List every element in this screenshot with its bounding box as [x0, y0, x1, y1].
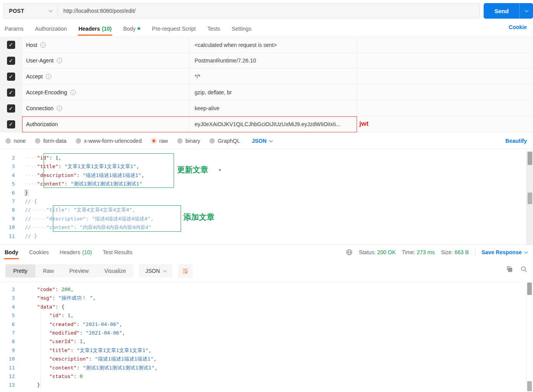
url-field-wrap: [57, 3, 480, 19]
search-icon[interactable]: [520, 265, 528, 273]
send-label: Send: [484, 8, 519, 14]
line-number: 7: [0, 197, 20, 206]
code-line: 5····"content": "测试1测试1测试1测试1测试1": [0, 180, 525, 188]
radio-icon: [177, 138, 183, 144]
size-label: Size:: [441, 249, 453, 255]
scrollbar-marker: [527, 381, 532, 391]
checkbox-checked[interactable]: ✓: [7, 120, 15, 128]
header-value: keep-alive: [189, 101, 357, 116]
line-number: 5: [0, 311, 20, 320]
annotation-dot: [219, 169, 221, 171]
body-has-content-dot: [138, 27, 140, 30]
code-line: 4····"description": "描述1描述1描述1描述1",: [0, 171, 525, 180]
response-view-bar: Pretty Raw Preview Visualize JSON: [0, 262, 533, 279]
code-line: 8 "userId": 1,: [0, 337, 525, 346]
checkbox-checked[interactable]: ✓: [7, 57, 15, 65]
info-icon: i: [57, 106, 62, 111]
url-input[interactable]: [58, 3, 479, 18]
tab-response-cookies[interactable]: Cookies: [29, 245, 49, 259]
chevron-down-icon: [524, 9, 528, 12]
tab-settings[interactable]: Settings: [232, 21, 252, 36]
save-response-button[interactable]: Save Response: [482, 249, 528, 255]
radio-icon: [5, 138, 11, 144]
checkbox-checked[interactable]: ✓: [7, 104, 15, 113]
table-row: ✓ Hosti <calculated when request is sent…: [0, 37, 533, 53]
globe-icon: [346, 249, 353, 256]
update-annotation: 更新文章: [177, 165, 208, 175]
time-value: 273 ms: [417, 249, 435, 255]
line-number: 2: [0, 154, 20, 162]
response-headers-count: (10): [82, 249, 92, 255]
line-number: 4: [0, 171, 20, 180]
checkbox-checked[interactable]: ✓: [7, 73, 15, 81]
view-preview[interactable]: Preview: [62, 264, 97, 278]
tab-pre-request-script[interactable]: Pre-request Script: [152, 21, 196, 36]
radio-selected-icon: [151, 138, 157, 144]
raw-language-select[interactable]: JSON: [252, 138, 272, 144]
tab-test-results[interactable]: Test Results: [103, 245, 132, 259]
copy-icon[interactable]: [506, 265, 513, 273]
radio-raw[interactable]: raw: [151, 138, 168, 144]
table-row: ✓ Accept-Encodingi gzip, deflate, br: [0, 85, 533, 101]
request-editor-scrollbar[interactable]: [526, 151, 533, 245]
response-scrollbar[interactable]: [526, 282, 533, 392]
tab-response-body[interactable]: Body: [5, 245, 18, 259]
header-key: Accept: [26, 73, 43, 80]
checkbox-checked[interactable]: ✓: [7, 41, 15, 49]
radio-binary[interactable]: binary: [177, 138, 200, 144]
code-line: 7 "modified": "2021-04-06",: [0, 329, 525, 337]
code-line: 5 "id": 1,: [0, 311, 525, 320]
chevron-down-icon: [49, 9, 53, 12]
header-value: eyJ0eXAiOiJKV1QiLCJhbGciOiJIUzUxMiJ9.eyJ…: [189, 116, 357, 132]
scrollbar-thumb[interactable]: [528, 152, 532, 165]
beautify-link[interactable]: Beautify: [505, 138, 527, 144]
view-visualize[interactable]: Visualize: [96, 264, 134, 278]
view-pretty[interactable]: Pretty: [5, 264, 35, 278]
view-raw[interactable]: Raw: [35, 264, 62, 278]
checkbox-checked[interactable]: ✓: [7, 88, 15, 97]
radio-icon: [209, 138, 215, 144]
jwt-annotation: jwt: [359, 120, 369, 128]
code-line: 13 }: [0, 381, 525, 389]
status-label: Status:: [359, 249, 376, 255]
line-number: 8: [0, 206, 20, 214]
send-button[interactable]: Send: [484, 3, 533, 19]
wrap-lines-button[interactable]: [178, 264, 193, 278]
size-value: 663 B: [455, 249, 469, 255]
method-label: POST: [9, 8, 24, 14]
line-number: 12: [0, 372, 20, 381]
request-body-editor[interactable]: 更新文章 添加文章 2····"id": 1,3····"title": "文章…: [0, 151, 525, 245]
headers-table: ✓ Hosti <calculated when request is sent…: [0, 37, 533, 132]
scrollbar-thumb[interactable]: [527, 283, 532, 295]
send-options-button[interactable]: [520, 10, 533, 12]
tab-body[interactable]: Body: [123, 21, 140, 36]
line-number: 6: [0, 320, 20, 329]
tab-authorization[interactable]: Authorization: [35, 21, 67, 36]
line-number: 2: [0, 285, 20, 294]
radio-x-www-form-urlencoded[interactable]: x-www-form-urlencoded: [76, 138, 142, 144]
chevron-down-icon: [524, 250, 528, 253]
tab-tests[interactable]: Tests: [207, 21, 220, 36]
code-line: 12 "status": 0: [0, 372, 525, 381]
header-value: <calculated when request is sent>: [189, 37, 357, 52]
radio-form-data[interactable]: form-data: [35, 138, 66, 144]
code-line: 10 "description": "描述1描述1描述1描述1",: [0, 355, 525, 363]
tab-params[interactable]: Params: [5, 21, 23, 36]
response-language-select[interactable]: JSON: [139, 264, 172, 278]
cookies-link[interactable]: Cookie: [509, 24, 527, 30]
tab-response-headers[interactable]: Headers(10): [60, 245, 92, 259]
code-line: 3····"title": "文章1文章1文章1文章1文章1",: [0, 162, 525, 171]
code-line: 9 "title": "文章1文章1文章1文章1文章1",: [0, 346, 525, 355]
response-tools: [506, 265, 528, 273]
radio-icon: [35, 138, 40, 144]
radio-none[interactable]: none: [5, 138, 26, 144]
chevron-down-icon: [163, 269, 167, 272]
radio-graphql[interactable]: GraphQL: [209, 138, 240, 144]
info-icon: i: [46, 74, 51, 79]
line-number: 6: [0, 189, 20, 197]
method-select[interactable]: POST: [3, 3, 57, 19]
response-body-viewer[interactable]: 2 "code": 200,3 "msg": "操作成功！ ",4 "data"…: [0, 282, 525, 392]
line-number: 4: [0, 303, 20, 311]
tab-headers[interactable]: Headers(10): [78, 21, 111, 36]
info-icon: i: [40, 42, 46, 48]
